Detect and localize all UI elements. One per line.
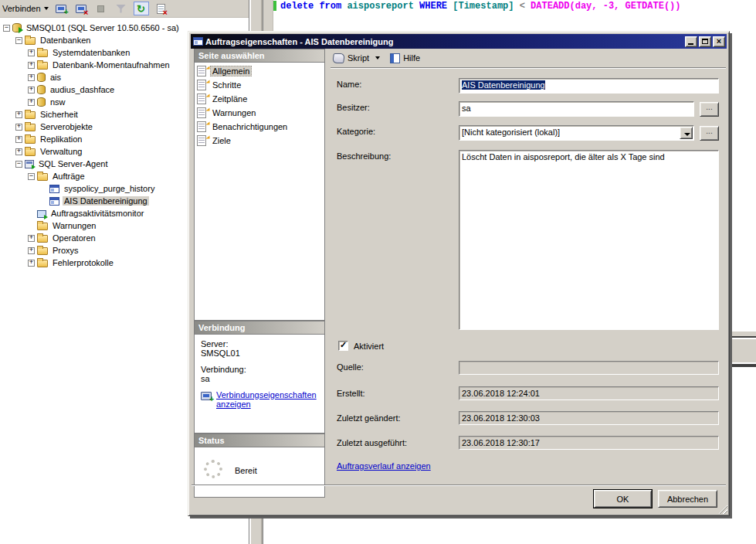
connection-panel: Server: SMSQL01 Verbindung: sa Verbindun…	[194, 334, 325, 434]
refresh-button[interactable]: ↻	[134, 2, 149, 15]
expand-icon[interactable]: +	[28, 247, 35, 254]
collapse-icon[interactable]: −	[15, 161, 22, 168]
connect-server-button[interactable]	[53, 2, 69, 15]
editor-horizontal-splitter[interactable]	[730, 331, 756, 338]
delete-script-button[interactable]	[154, 2, 169, 15]
folder-icon	[37, 247, 48, 255]
tree-item-label: Sicherheit	[39, 110, 80, 119]
enabled-label: Aktiviert	[354, 342, 384, 351]
tree-item-label: SQL Server-Agent	[37, 159, 109, 168]
page-item-warnungen[interactable]: Warnungen	[195, 106, 324, 120]
tree-item-label: Aufträge	[51, 172, 86, 181]
modified-field: 23.06.2018 12:30:03	[459, 411, 719, 425]
expand-icon[interactable]: +	[28, 260, 35, 267]
close-icon: ×	[717, 37, 721, 46]
folder-icon	[37, 223, 48, 230]
folder-icon	[37, 62, 48, 70]
category-browse-button[interactable]: ...	[700, 126, 719, 141]
pages-header-label: Seite auswählen	[198, 51, 265, 60]
job-icon	[49, 197, 59, 206]
tree-item-label: SMSQL01 (SQL Server 10.50.6560 - sa)	[25, 23, 181, 32]
stop-button[interactable]	[93, 2, 109, 15]
refresh-icon: ↻	[137, 4, 145, 14]
tree-item-label: syspolicy_purge_history	[63, 184, 156, 193]
tree-item-label: Systemdatenbanken	[51, 48, 131, 57]
expand-icon[interactable]: +	[28, 87, 35, 94]
connection-properties-link[interactable]: Verbindungseigenschaften anzeigen	[216, 390, 309, 409]
tree-item-label: AIS Datenbereinigung	[63, 196, 149, 206]
cancel-button[interactable]: Abbrechen	[658, 490, 717, 508]
created-field: 23.06.2018 12:24:01	[459, 386, 719, 400]
connection-value: sa	[201, 374, 324, 383]
expand-icon[interactable]: +	[28, 62, 35, 69]
page-icon	[197, 135, 206, 146]
maximize-button[interactable]	[699, 36, 711, 47]
collapse-icon[interactable]: −	[28, 173, 35, 180]
dialog-titlebar[interactable]: Auftragseigenschaften - AIS Datenbereini…	[191, 34, 727, 49]
connection-properties-icon	[201, 392, 212, 400]
expand-icon[interactable]: +	[15, 148, 22, 155]
tree-item-label: Auftragsaktivitätsmonitor	[49, 209, 145, 218]
db-icon	[37, 73, 46, 82]
connection-header: Verbindung	[194, 321, 325, 334]
expand-icon[interactable]: +	[28, 74, 35, 81]
resize-grip[interactable]	[717, 504, 727, 514]
minimize-button[interactable]	[685, 36, 697, 47]
job-history-link[interactable]: Auftragsverlauf anzeigen	[337, 461, 431, 471]
connect-dropdown[interactable]: Verbinden	[2, 4, 49, 13]
help-button[interactable]: Hilfe	[390, 53, 420, 63]
enabled-checkbox[interactable]	[338, 341, 348, 351]
expand-icon[interactable]: +	[28, 99, 35, 106]
tree-item-label: Serverobjekte	[39, 122, 94, 131]
expand-icon[interactable]: +	[15, 124, 22, 131]
filter-icon	[116, 5, 126, 13]
button-separator	[192, 484, 726, 486]
page-item-allgemein[interactable]: Allgemein	[195, 64, 324, 78]
close-button[interactable]: ×	[713, 36, 725, 47]
page-item-zeitpläne[interactable]: Zeitpläne	[195, 92, 324, 106]
dialog-toolbar: Skript Hilfe	[331, 49, 726, 68]
server-value: SMSQL01	[201, 348, 324, 358]
category-dropdown-icon[interactable]	[680, 127, 693, 139]
name-input[interactable]: AIS Datenbereinigung	[459, 78, 719, 94]
executed-label: Zuletzt ausgeführt:	[337, 438, 407, 447]
editor-splitter-shadow	[730, 364, 756, 367]
db-icon	[37, 85, 46, 94]
page-item-label: Ziele	[210, 135, 233, 146]
page-item-label: Benachrichtigungen	[210, 121, 290, 132]
disconnect-server-button[interactable]	[73, 2, 89, 15]
status-spinner-icon	[204, 460, 222, 478]
ok-button[interactable]: OK	[594, 490, 652, 508]
expand-icon[interactable]: +	[28, 235, 35, 242]
folder-icon	[25, 136, 36, 144]
script-button[interactable]: Skript	[333, 53, 380, 63]
category-label: Kategorie:	[337, 127, 375, 136]
collapse-icon[interactable]: −	[15, 37, 22, 44]
page-item-schritte[interactable]: Schritte	[195, 78, 324, 92]
job-properties-dialog: Auftragseigenschaften - AIS Datenbereini…	[188, 31, 730, 516]
folder-icon	[37, 49, 48, 57]
page-item-benachrichtigungen[interactable]: Benachrichtigungen	[195, 120, 324, 134]
page-item-ziele[interactable]: Ziele	[195, 134, 324, 148]
collapse-icon[interactable]: −	[3, 25, 10, 32]
minimize-icon	[688, 43, 693, 45]
modified-label: Zuletzt geändert:	[337, 413, 401, 423]
folder-icon	[25, 148, 36, 156]
owner-input[interactable]: sa	[459, 101, 694, 117]
owner-browse-button[interactable]: ...	[700, 102, 719, 117]
expand-icon[interactable]: +	[28, 49, 35, 56]
chevron-down-icon	[44, 7, 49, 10]
description-textarea[interactable]: Löscht Daten in aisposreport, die älter …	[459, 150, 719, 330]
category-select[interactable]: [Nicht kategorisiert (lokal)]	[459, 125, 694, 141]
dialog-title: Auftragseigenschaften - AIS Datenbereini…	[205, 37, 683, 46]
disconnect-server-icon	[76, 5, 86, 13]
editor-horizontal-splitter-2[interactable]	[730, 339, 756, 363]
tree-item-label: Verwaltung	[39, 147, 83, 156]
expand-icon[interactable]: +	[15, 111, 22, 118]
filter-button[interactable]	[114, 2, 129, 15]
tree-item-label: nsw	[49, 97, 67, 107]
server-label: Server:	[201, 339, 324, 348]
expand-icon[interactable]: +	[15, 136, 22, 143]
editor-selection-margin	[263, 0, 273, 31]
executed-field: 23.06.2018 12:30:17	[459, 436, 719, 450]
